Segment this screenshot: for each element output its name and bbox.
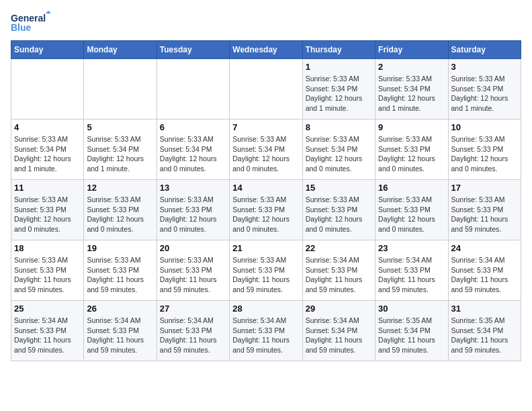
col-header-tuesday: Tuesday — [157, 41, 229, 59]
day-info: Sunrise: 5:34 AM Sunset: 5:33 PM Dayligh… — [378, 255, 445, 295]
day-number: 8 — [306, 122, 372, 132]
day-info: Sunrise: 5:34 AM Sunset: 5:33 PM Dayligh… — [160, 316, 226, 355]
day-info: Sunrise: 5:35 AM Sunset: 5:34 PM Dayligh… — [451, 316, 518, 355]
day-number: 22 — [306, 243, 372, 253]
calendar-cell: 3Sunrise: 5:33 AM Sunset: 5:34 PM Daylig… — [448, 59, 521, 120]
day-info: Sunrise: 5:33 AM Sunset: 5:33 PM Dayligh… — [160, 195, 226, 234]
day-info: Sunrise: 5:33 AM Sunset: 5:34 PM Dayligh… — [378, 74, 445, 113]
calendar-cell: 22Sunrise: 5:34 AM Sunset: 5:33 PM Dayli… — [302, 240, 375, 301]
day-number: 7 — [232, 122, 299, 132]
day-number: 13 — [160, 183, 226, 193]
page-header: General Blue — [11, 11, 521, 34]
day-info: Sunrise: 5:33 AM Sunset: 5:33 PM Dayligh… — [14, 195, 81, 234]
day-number: 4 — [14, 122, 81, 132]
calendar-cell: 10Sunrise: 5:33 AM Sunset: 5:33 PM Dayli… — [448, 120, 521, 180]
calendar-cell: 9Sunrise: 5:33 AM Sunset: 5:33 PM Daylig… — [375, 120, 448, 180]
day-info: Sunrise: 5:34 AM Sunset: 5:33 PM Dayligh… — [14, 316, 81, 355]
day-number: 17 — [451, 183, 518, 193]
day-info: Sunrise: 5:33 AM Sunset: 5:34 PM Dayligh… — [160, 134, 226, 174]
day-number: 26 — [87, 304, 153, 314]
day-number: 31 — [451, 304, 518, 314]
calendar-cell: 31Sunrise: 5:35 AM Sunset: 5:34 PM Dayli… — [448, 301, 521, 361]
calendar-cell: 29Sunrise: 5:34 AM Sunset: 5:34 PM Dayli… — [302, 301, 375, 361]
calendar-cell — [84, 59, 157, 120]
day-number: 20 — [160, 243, 226, 253]
day-number: 16 — [378, 183, 445, 193]
day-number: 15 — [306, 183, 372, 193]
day-number: 2 — [378, 62, 445, 72]
day-number: 6 — [160, 122, 226, 132]
svg-marker-2 — [46, 11, 51, 13]
col-header-saturday: Saturday — [448, 41, 521, 59]
col-header-wednesday: Wednesday — [230, 41, 302, 59]
day-info: Sunrise: 5:33 AM Sunset: 5:33 PM Dayligh… — [451, 134, 518, 174]
day-info: Sunrise: 5:34 AM Sunset: 5:33 PM Dayligh… — [232, 316, 299, 355]
calendar-cell: 26Sunrise: 5:34 AM Sunset: 5:33 PM Dayli… — [84, 301, 157, 361]
calendar-header-row: SundayMondayTuesdayWednesdayThursdayFrid… — [11, 41, 521, 59]
col-header-sunday: Sunday — [11, 41, 84, 59]
col-header-friday: Friday — [375, 41, 448, 59]
day-info: Sunrise: 5:33 AM Sunset: 5:33 PM Dayligh… — [378, 195, 445, 234]
calendar-week-1: 1Sunrise: 5:33 AM Sunset: 5:34 PM Daylig… — [11, 59, 521, 120]
day-number: 24 — [451, 243, 518, 253]
day-number: 12 — [87, 183, 153, 193]
day-number: 25 — [14, 304, 81, 314]
day-info: Sunrise: 5:33 AM Sunset: 5:34 PM Dayligh… — [87, 134, 153, 174]
calendar-cell: 7Sunrise: 5:33 AM Sunset: 5:34 PM Daylig… — [230, 120, 302, 180]
calendar-cell — [230, 59, 302, 120]
day-info: Sunrise: 5:33 AM Sunset: 5:34 PM Dayligh… — [451, 74, 518, 113]
day-number: 19 — [87, 243, 153, 253]
svg-text:Blue: Blue — [11, 22, 32, 33]
day-info: Sunrise: 5:33 AM Sunset: 5:33 PM Dayligh… — [87, 195, 153, 234]
day-info: Sunrise: 5:33 AM Sunset: 5:34 PM Dayligh… — [14, 134, 81, 174]
col-header-monday: Monday — [84, 41, 157, 59]
day-info: Sunrise: 5:33 AM Sunset: 5:33 PM Dayligh… — [160, 255, 226, 295]
calendar-cell: 2Sunrise: 5:33 AM Sunset: 5:34 PM Daylig… — [375, 59, 448, 120]
calendar-body: 1Sunrise: 5:33 AM Sunset: 5:34 PM Daylig… — [11, 59, 521, 361]
calendar-cell: 5Sunrise: 5:33 AM Sunset: 5:34 PM Daylig… — [84, 120, 157, 180]
calendar-cell — [157, 59, 229, 120]
calendar-cell: 1Sunrise: 5:33 AM Sunset: 5:34 PM Daylig… — [302, 59, 375, 120]
day-number: 1 — [306, 62, 372, 72]
calendar-cell — [11, 59, 84, 120]
day-info: Sunrise: 5:33 AM Sunset: 5:34 PM Dayligh… — [306, 74, 372, 113]
calendar-cell: 8Sunrise: 5:33 AM Sunset: 5:34 PM Daylig… — [302, 120, 375, 180]
calendar-cell: 6Sunrise: 5:33 AM Sunset: 5:34 PM Daylig… — [157, 120, 229, 180]
day-info: Sunrise: 5:34 AM Sunset: 5:33 PM Dayligh… — [306, 255, 372, 295]
day-number: 21 — [232, 243, 299, 253]
day-number: 11 — [14, 183, 81, 193]
calendar-week-5: 25Sunrise: 5:34 AM Sunset: 5:33 PM Dayli… — [11, 301, 521, 361]
day-info: Sunrise: 5:33 AM Sunset: 5:33 PM Dayligh… — [232, 195, 299, 234]
calendar-cell: 28Sunrise: 5:34 AM Sunset: 5:33 PM Dayli… — [230, 301, 302, 361]
day-info: Sunrise: 5:33 AM Sunset: 5:33 PM Dayligh… — [306, 195, 372, 234]
day-info: Sunrise: 5:33 AM Sunset: 5:33 PM Dayligh… — [14, 255, 81, 295]
day-info: Sunrise: 5:34 AM Sunset: 5:33 PM Dayligh… — [87, 316, 153, 355]
calendar-cell: 24Sunrise: 5:34 AM Sunset: 5:33 PM Dayli… — [448, 240, 521, 301]
day-number: 29 — [306, 304, 372, 314]
calendar-cell: 23Sunrise: 5:34 AM Sunset: 5:33 PM Dayli… — [375, 240, 448, 301]
day-number: 30 — [378, 304, 445, 314]
calendar-cell: 16Sunrise: 5:33 AM Sunset: 5:33 PM Dayli… — [375, 180, 448, 240]
day-number: 9 — [378, 122, 445, 132]
day-info: Sunrise: 5:33 AM Sunset: 5:33 PM Dayligh… — [87, 255, 153, 295]
day-number: 27 — [160, 304, 226, 314]
calendar-cell: 11Sunrise: 5:33 AM Sunset: 5:33 PM Dayli… — [11, 180, 84, 240]
calendar-cell: 4Sunrise: 5:33 AM Sunset: 5:34 PM Daylig… — [11, 120, 84, 180]
calendar-week-4: 18Sunrise: 5:33 AM Sunset: 5:33 PM Dayli… — [11, 240, 521, 301]
calendar-table: SundayMondayTuesdayWednesdayThursdayFrid… — [11, 40, 521, 361]
day-info: Sunrise: 5:34 AM Sunset: 5:34 PM Dayligh… — [306, 316, 372, 355]
day-info: Sunrise: 5:34 AM Sunset: 5:33 PM Dayligh… — [451, 255, 518, 295]
day-number: 10 — [451, 122, 518, 132]
calendar-week-2: 4Sunrise: 5:33 AM Sunset: 5:34 PM Daylig… — [11, 120, 521, 180]
day-number: 5 — [87, 122, 153, 132]
day-info: Sunrise: 5:33 AM Sunset: 5:33 PM Dayligh… — [451, 195, 518, 234]
day-info: Sunrise: 5:33 AM Sunset: 5:33 PM Dayligh… — [232, 255, 299, 295]
day-number: 23 — [378, 243, 445, 253]
col-header-thursday: Thursday — [302, 41, 375, 59]
calendar-cell: 14Sunrise: 5:33 AM Sunset: 5:33 PM Dayli… — [230, 180, 302, 240]
calendar-cell: 21Sunrise: 5:33 AM Sunset: 5:33 PM Dayli… — [230, 240, 302, 301]
calendar-cell: 27Sunrise: 5:34 AM Sunset: 5:33 PM Dayli… — [157, 301, 229, 361]
day-info: Sunrise: 5:33 AM Sunset: 5:33 PM Dayligh… — [378, 134, 445, 174]
day-info: Sunrise: 5:33 AM Sunset: 5:34 PM Dayligh… — [232, 134, 299, 174]
calendar-cell: 20Sunrise: 5:33 AM Sunset: 5:33 PM Dayli… — [157, 240, 229, 301]
